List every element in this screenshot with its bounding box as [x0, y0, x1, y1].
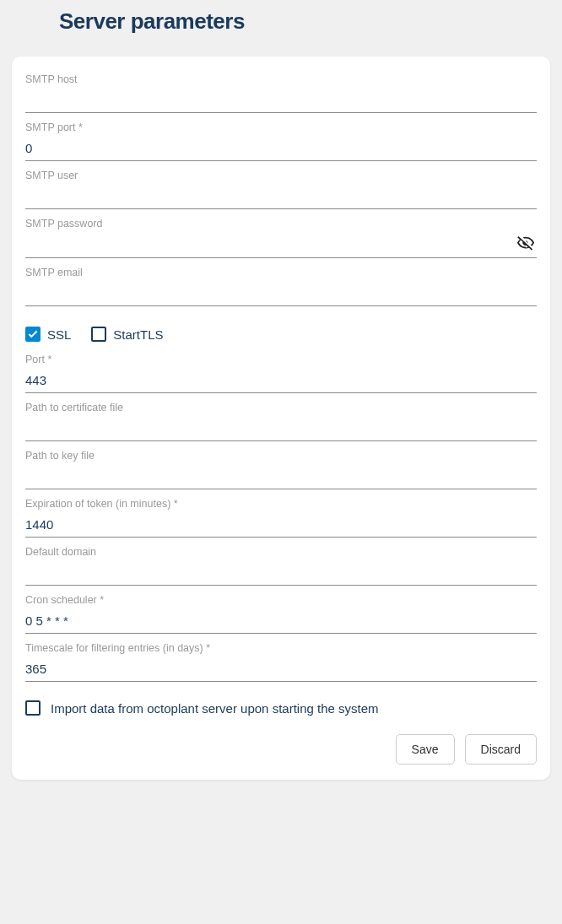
key-path-field: Path to key file	[25, 450, 537, 489]
toggle-password-visibility-button[interactable]	[515, 234, 537, 255]
footer-buttons: Save Discard	[25, 734, 537, 765]
port-input[interactable]	[25, 371, 537, 389]
checkbox-icon	[25, 700, 41, 716]
ssl-checkbox[interactable]: SSL	[25, 327, 71, 342]
ssl-label: SSL	[47, 327, 71, 342]
cron-input[interactable]	[25, 612, 537, 630]
token-exp-input[interactable]	[25, 516, 537, 533]
default-domain-input[interactable]	[25, 564, 537, 581]
starttls-label: StartTLS	[113, 327, 163, 342]
discard-button[interactable]: Discard	[465, 734, 537, 765]
port-field: Port *	[25, 354, 537, 393]
smtp-port-input[interactable]	[25, 139, 537, 157]
smtp-user-input[interactable]	[25, 187, 537, 205]
smtp-password-input[interactable]	[25, 235, 515, 253]
checkbox-icon	[25, 327, 41, 342]
server-parameters-card: SMTP host SMTP port * SMTP user SMTP pas…	[12, 57, 550, 780]
smtp-host-label: SMTP host	[25, 73, 537, 85]
cert-path-input[interactable]	[25, 419, 537, 437]
smtp-password-label: SMTP password	[25, 218, 537, 230]
token-exp-field: Expiration of token (in minutes) *	[25, 498, 537, 538]
smtp-port-field: SMTP port *	[25, 122, 537, 161]
cron-label: Cron scheduler *	[25, 594, 537, 606]
port-label: Port *	[25, 354, 537, 365]
timescale-input[interactable]	[25, 660, 537, 678]
checkbox-icon	[91, 327, 106, 342]
import-data-checkbox[interactable]: Import data from octoplant server upon s…	[25, 700, 537, 716]
import-data-label: Import data from octoplant server upon s…	[51, 701, 379, 716]
page-title: Server parameters	[59, 8, 562, 35]
starttls-checkbox[interactable]: StartTLS	[91, 327, 163, 342]
timescale-label: Timescale for filtering entries (in days…	[25, 642, 537, 654]
page-header: Server parameters	[0, 0, 562, 50]
ssl-starttls-row: SSL StartTLS	[25, 327, 537, 342]
key-path-input[interactable]	[25, 467, 537, 485]
eye-off-icon	[516, 234, 535, 255]
timescale-field: Timescale for filtering entries (in days…	[25, 642, 537, 682]
cron-field: Cron scheduler *	[25, 594, 537, 634]
smtp-password-field: SMTP password	[25, 218, 537, 258]
cert-path-label: Path to certificate file	[25, 402, 537, 413]
default-domain-label: Default domain	[25, 546, 537, 558]
cert-path-field: Path to certificate file	[25, 402, 537, 441]
smtp-host-input[interactable]	[25, 91, 537, 109]
save-button[interactable]: Save	[396, 734, 455, 765]
smtp-email-input[interactable]	[25, 284, 537, 302]
smtp-email-field: SMTP email	[25, 267, 537, 306]
smtp-user-label: SMTP user	[25, 170, 537, 181]
smtp-user-field: SMTP user	[25, 170, 537, 209]
token-exp-label: Expiration of token (in minutes) *	[25, 498, 537, 510]
smtp-host-field: SMTP host	[25, 73, 537, 113]
smtp-port-label: SMTP port *	[25, 122, 537, 133]
key-path-label: Path to key file	[25, 450, 537, 462]
smtp-email-label: SMTP email	[25, 267, 537, 278]
default-domain-field: Default domain	[25, 546, 537, 586]
